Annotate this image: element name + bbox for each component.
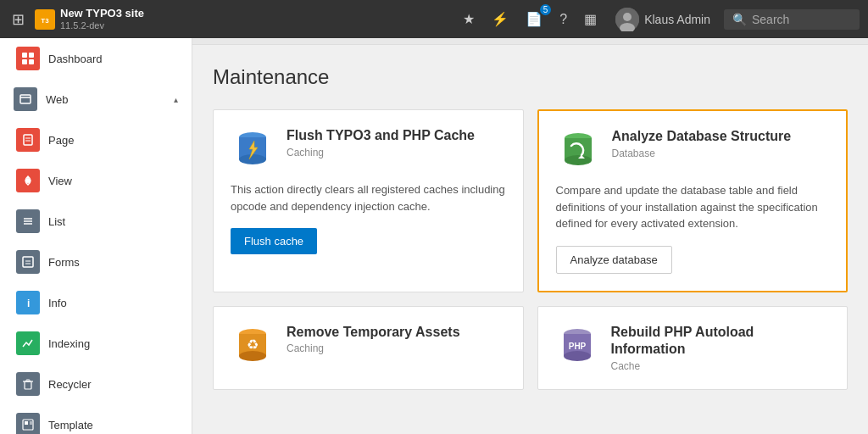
card-category-flush: Caching — [287, 147, 475, 159]
sidebar-item-recycler[interactable]: Recycler — [0, 364, 192, 404]
card-header-remove-temp: ♻ Remove Temporary Assets Caching — [231, 324, 506, 368]
card-action-flush: Flush cache — [231, 228, 506, 254]
svg-rect-25 — [25, 421, 28, 425]
svg-rect-6 — [22, 59, 27, 64]
svg-text:T3: T3 — [41, 17, 49, 25]
scroll-top-indicator — [192, 38, 868, 45]
card-desc-flush: This action directly clears all register… — [231, 181, 506, 214]
sidebar-label-web: Web — [46, 93, 165, 106]
svg-rect-23 — [26, 380, 30, 381]
svg-rect-10 — [24, 135, 32, 145]
content-area: Maintenance — [192, 38, 868, 434]
search-bar[interactable]: 🔍 Search — [724, 9, 860, 30]
user-name: Klaus Admin — [644, 13, 710, 26]
card-title-group-rebuild-php: Rebuild PHP Autoload Information Cache — [611, 324, 831, 373]
sidebar: Dashboard Web ▴ — [0, 38, 192, 434]
sidebar-label-forms: Forms — [48, 256, 178, 269]
remove-temp-icon: ♻ — [231, 324, 275, 368]
notification-badge: 5 — [540, 4, 552, 15]
site-logo[interactable]: T3 New TYPO3 site 11.5.2-dev — [35, 7, 144, 31]
main-layout: Dashboard Web ▴ — [0, 38, 868, 434]
svg-rect-7 — [29, 59, 34, 64]
template-icon — [16, 413, 40, 434]
svg-text:♻: ♻ — [247, 337, 259, 352]
card-remove-temp: ♻ Remove Temporary Assets Caching — [213, 306, 524, 391]
chevron-up-icon: ▴ — [174, 95, 178, 104]
card-title-rebuild-php: Rebuild PHP Autoload Information — [611, 324, 831, 359]
table-icon[interactable]: ▦ — [579, 6, 602, 32]
svg-point-46 — [564, 351, 591, 361]
svg-rect-17 — [23, 257, 33, 267]
sidebar-item-list[interactable]: List — [0, 201, 192, 242]
help-icon[interactable]: ? — [554, 7, 572, 32]
sidebar-item-web[interactable]: Web ▴ — [0, 79, 192, 120]
svg-point-38 — [565, 155, 592, 165]
card-action-analyze: Analyze database — [556, 246, 830, 274]
sidebar-item-template[interactable]: Template — [0, 404, 192, 434]
svg-point-42 — [239, 351, 266, 361]
user-menu[interactable]: Klaus Admin — [609, 4, 717, 35]
forms-icon — [16, 250, 40, 274]
card-title-group-flush: Flush TYPO3 and PHP Cache Caching — [287, 127, 475, 159]
sidebar-label-list: List — [48, 215, 178, 228]
card-flush-cache: Flush TYPO3 and PHP Cache Caching This a… — [213, 109, 524, 292]
bookmarks-icon[interactable]: ★ — [458, 6, 480, 32]
topbar: ⊞ T3 New TYPO3 site 11.5.2-dev ★ ⚡ 📄 5 ?… — [0, 0, 868, 38]
flush-cache-button[interactable]: Flush cache — [231, 228, 317, 254]
sidebar-item-view[interactable]: View — [0, 160, 192, 201]
card-category-analyze: Database — [612, 147, 792, 159]
sidebar-label-dashboard: Dashboard — [48, 53, 178, 65]
svg-point-2 — [623, 13, 632, 21]
card-title-group-analyze: Analyze Database Structure Database — [612, 128, 792, 159]
card-title-remove-temp: Remove Temporary Assets — [287, 324, 460, 342]
card-header-rebuild-php: PHP Rebuild PHP Autoload Information Cac… — [555, 324, 831, 373]
file-notification[interactable]: 📄 5 — [520, 6, 548, 32]
sidebar-item-forms[interactable]: Forms — [0, 242, 192, 282]
svg-rect-8 — [20, 95, 31, 103]
sidebar-label-template: Template — [48, 419, 178, 431]
sidebar-item-dashboard[interactable]: Dashboard — [0, 38, 192, 79]
cards-grid: Flush TYPO3 and PHP Cache Caching This a… — [213, 109, 848, 390]
web-icon — [14, 87, 37, 111]
sidebar-label-page: Page — [48, 134, 178, 147]
rebuild-php-icon: PHP — [555, 324, 599, 368]
card-title-group-remove-temp: Remove Temporary Assets Caching — [287, 324, 460, 355]
sidebar-label-info: Info — [48, 297, 178, 309]
sidebar-label-view: View — [48, 175, 178, 187]
svg-rect-4 — [22, 53, 27, 58]
card-header-flush-cache: Flush TYPO3 and PHP Cache Caching — [231, 127, 506, 171]
page-icon — [16, 128, 40, 152]
analyze-db-icon — [556, 128, 600, 172]
sidebar-item-info[interactable]: i Info — [0, 282, 192, 323]
sidebar-label-indexing: Indexing — [48, 337, 178, 350]
info-icon: i — [16, 291, 40, 314]
content-inner: Maintenance — [192, 45, 868, 410]
view-icon — [16, 169, 40, 192]
dashboard-icon — [16, 47, 40, 70]
avatar — [615, 8, 639, 31]
svg-rect-21 — [25, 381, 31, 389]
card-analyze-db: Analyze Database Structure Database Comp… — [537, 109, 849, 292]
grid-icon[interactable]: ⊞ — [8, 7, 28, 32]
list-icon — [16, 209, 40, 233]
card-category-remove-temp: Caching — [287, 342, 460, 354]
activity-icon[interactable]: ⚡ — [487, 6, 514, 32]
card-desc-analyze: Compare and update the database table an… — [556, 182, 830, 232]
svg-rect-5 — [29, 53, 34, 58]
card-category-rebuild-php: Cache — [611, 360, 831, 372]
svg-text:PHP: PHP — [568, 342, 586, 351]
card-title-flush: Flush TYPO3 and PHP Cache — [287, 127, 475, 145]
sidebar-item-indexing[interactable]: Indexing — [0, 323, 192, 364]
svg-text:i: i — [27, 298, 30, 309]
recycler-icon — [16, 372, 40, 396]
analyze-db-button[interactable]: Analyze database — [556, 246, 672, 274]
card-rebuild-php: PHP Rebuild PHP Autoload Information Cac… — [537, 306, 849, 391]
page-title: Maintenance — [213, 65, 848, 89]
card-header-analyze: Analyze Database Structure Database — [556, 128, 830, 172]
search-placeholder: Search — [752, 13, 789, 26]
logo-icon: T3 — [35, 9, 55, 30]
indexing-icon — [16, 331, 40, 355]
svg-point-34 — [239, 154, 266, 164]
sidebar-item-page[interactable]: Page — [0, 120, 192, 160]
sidebar-label-recycler: Recycler — [48, 378, 178, 391]
